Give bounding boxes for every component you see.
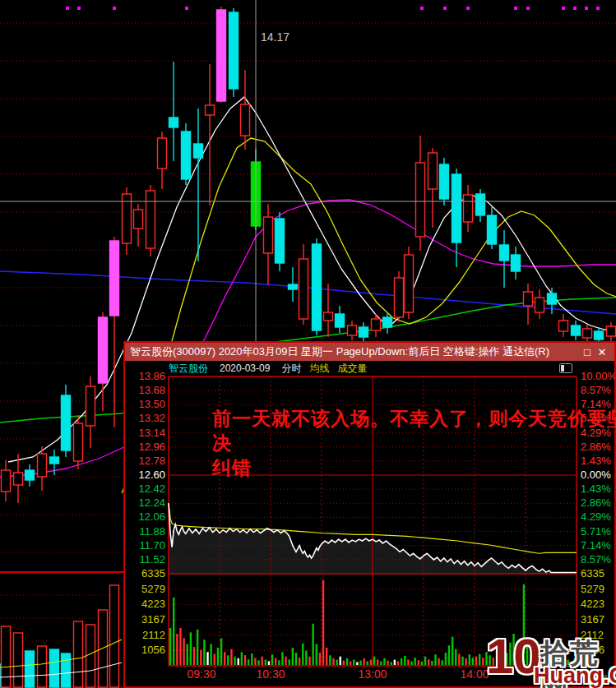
- candle-body: [74, 423, 83, 461]
- candle-body: [372, 319, 381, 330]
- time-axis-label: 14:00: [460, 667, 489, 681]
- candle-body: [395, 278, 404, 317]
- candle-body: [324, 312, 333, 321]
- percent-axis-label: 10.00%: [581, 370, 614, 382]
- candle-body: [25, 470, 35, 480]
- candle-body: [488, 215, 497, 244]
- candle-body: [383, 317, 392, 327]
- volume-axis-label: 6335: [581, 567, 604, 579]
- candle-body: [158, 138, 167, 169]
- candle-body: [229, 12, 239, 89]
- screen: 14.17 智云股份(300097) 2020年03月09日 星期一 PageU…: [0, 0, 616, 688]
- candle-body: [14, 473, 23, 485]
- candle-body: [440, 164, 449, 199]
- candle-body: [38, 454, 47, 477]
- candle-body: [217, 10, 226, 101]
- candle-body: [194, 144, 203, 158]
- watermark-domain: Huang.CN: [534, 663, 616, 688]
- candle-body: [452, 174, 461, 242]
- volume-bar: [2, 626, 11, 687]
- volume-axis-label: 2112: [142, 629, 165, 641]
- candle-body: [169, 118, 178, 127]
- price-axis-label: 13.68: [138, 384, 165, 396]
- daily-top-marks: [66, 7, 600, 10]
- volume-bar: [62, 653, 71, 687]
- volume-bar: [74, 621, 83, 687]
- volume-axis-label: 3167: [141, 613, 165, 626]
- candle-body: [572, 326, 581, 335]
- candle-body: [348, 326, 357, 335]
- price-axis-label: 11.70: [139, 539, 165, 552]
- annotation-line-1: 前一天就不该入场。不幸入了，则今天竞价要坚决: [212, 406, 616, 455]
- candle-body: [134, 210, 143, 229]
- candle-body: [86, 386, 95, 426]
- candle-body: [336, 314, 345, 327]
- time-axis-label: 10:30: [256, 667, 285, 681]
- candle-body: [359, 327, 368, 337]
- volume-axis-label: 5279: [141, 583, 165, 595]
- volume-axis-label: 4223: [141, 598, 165, 610]
- volume-bar: [25, 651, 35, 687]
- crosshair-price-label: 14.17: [261, 30, 289, 44]
- candle-body: [512, 255, 521, 271]
- candle-body: [299, 259, 308, 319]
- candle-body: [405, 255, 414, 312]
- price-axis-label: 12.24: [138, 496, 165, 509]
- candle-body: [264, 217, 273, 253]
- price-axis-label: 13.86: [138, 370, 165, 382]
- price-axis-label: 12.60: [138, 469, 165, 481]
- percent-axis-label: 7.14%: [581, 539, 611, 552]
- candle-body: [99, 317, 108, 383]
- candle-body: [276, 219, 285, 263]
- percent-axis-label: 5.71%: [581, 525, 611, 538]
- candle-body: [146, 191, 155, 248]
- candle-body: [535, 298, 544, 312]
- time-axis-label: 13:00: [358, 667, 387, 681]
- volume-axis-label: 6335: [141, 567, 165, 579]
- candle-body: [62, 395, 71, 450]
- candle-body: [595, 331, 604, 339]
- daily-volume-bars: [0, 585, 122, 687]
- volume-bar: [38, 646, 47, 687]
- percent-axis-label: 8.57%: [581, 553, 611, 566]
- candle-body: [416, 163, 425, 237]
- volume-axis-label: 3167: [581, 613, 604, 626]
- watermark: 10 拾荒网 Huang.CN: [486, 631, 616, 688]
- volume-bar: [50, 649, 59, 687]
- candle-body: [241, 104, 250, 136]
- candle-body: [110, 241, 119, 316]
- candle-body: [524, 292, 533, 306]
- candle-body: [607, 326, 616, 336]
- volume-axis-label: 1056: [141, 644, 165, 656]
- price-axis-label: 12.42: [138, 483, 165, 495]
- price-axis-label: 12.96: [138, 441, 165, 453]
- price-axis-label: 11.52: [139, 553, 165, 566]
- price-axis-label: 13.50: [138, 398, 165, 410]
- candle-body: [182, 132, 191, 179]
- candle-body: [206, 105, 215, 115]
- annotation-text: 前一天就不该入场。不幸入了，则今天竞价要坚决 纠错: [212, 406, 616, 480]
- price-axis-label: 11.88: [139, 525, 165, 538]
- price-axis-label: 13.14: [138, 427, 165, 439]
- volume-bar: [86, 625, 95, 687]
- candle-body: [548, 293, 557, 304]
- candle-body: [583, 329, 592, 338]
- candle-body: [476, 194, 485, 215]
- price-axis-label: 12.06: [138, 510, 165, 523]
- volume-axis-label: 5279: [581, 583, 604, 595]
- annotation-line-2: 纠错: [212, 455, 616, 480]
- price-axis-label: 13.32: [138, 412, 165, 424]
- volume-bar: [14, 633, 23, 687]
- candle-body: [2, 470, 11, 492]
- percent-axis-label: 8.57%: [581, 384, 611, 396]
- time-axis-label: 09:30: [187, 667, 215, 681]
- volume-bar: [110, 585, 119, 687]
- percent-axis-label: 1.43%: [581, 483, 611, 495]
- candle-body: [313, 244, 322, 330]
- candle-body: [50, 457, 59, 464]
- candle-body: [464, 195, 473, 222]
- candle-body: [428, 153, 438, 189]
- candle-body: [559, 321, 568, 331]
- watermark-logo: 10: [486, 628, 541, 685]
- volume-axis-label: 4223: [581, 598, 604, 610]
